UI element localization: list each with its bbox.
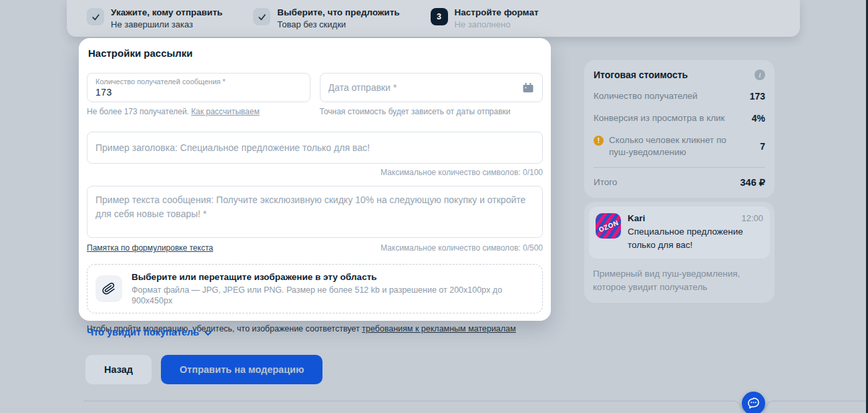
how-calculated-link[interactable]: Как рассчитываем bbox=[191, 107, 259, 116]
info-icon[interactable]: i bbox=[754, 70, 765, 80]
check-icon bbox=[253, 8, 270, 25]
step-title: Настройте формат bbox=[455, 7, 539, 18]
image-dropzone[interactable]: Выберите или перетащите изображение в эт… bbox=[87, 264, 543, 313]
send-date-helper: Точная стоимость будет зависеть от даты … bbox=[320, 107, 544, 117]
warning-icon: ! bbox=[594, 136, 604, 146]
card-title: Настройки рассылки bbox=[88, 47, 543, 59]
recipients-field[interactable]: Количество получателей сообщения * bbox=[87, 73, 310, 102]
row-value: 173 bbox=[750, 91, 765, 102]
step-title: Укажите, кому отправить bbox=[111, 7, 222, 18]
title-char-counter: Максимальное количество символов: 0/100 bbox=[87, 168, 543, 177]
chat-bubble-icon bbox=[746, 396, 761, 410]
total-label: Итого bbox=[594, 176, 617, 188]
ad-requirements-link[interactable]: требованиям к рекламным материалам bbox=[362, 324, 516, 333]
summary-row: Количество получателей 173 bbox=[594, 90, 765, 102]
push-message-textarea[interactable] bbox=[87, 186, 543, 238]
send-date-input[interactable] bbox=[329, 82, 517, 93]
recipients-helper: Не более 173 получателей. Как рассчитыва… bbox=[87, 107, 310, 117]
divider bbox=[594, 167, 765, 168]
step-recipients[interactable]: Укажите, кому отправить Не завершили зак… bbox=[87, 7, 222, 30]
mailing-settings-card: Настройки рассылки Количество получателе… bbox=[79, 38, 551, 321]
calendar-icon[interactable] bbox=[522, 82, 534, 94]
total-row: Итого 346 ₽ bbox=[594, 176, 765, 188]
push-preview-card: OZON Kari 12:00 Специальное предложение … bbox=[584, 202, 775, 303]
row-label: Сколько человек кликнет по пуш-уведомлен… bbox=[609, 134, 742, 158]
send-date-field[interactable] bbox=[320, 73, 544, 102]
notification-app-name: Kari bbox=[628, 213, 645, 223]
row-value: 7 bbox=[760, 141, 765, 152]
paperclip-icon bbox=[95, 275, 122, 302]
back-button[interactable]: Назад bbox=[85, 355, 152, 384]
chevron-down-icon bbox=[204, 329, 212, 337]
step-title: Выберите, что предложить bbox=[277, 7, 399, 18]
step-subtitle: Не заполнено bbox=[455, 19, 539, 30]
dropzone-subtitle: Формат файла — JPG, JPEG или PNG. Размер… bbox=[132, 285, 534, 306]
wizard-stepper-bar: Укажите, кому отправить Не завершили зак… bbox=[67, 0, 800, 37]
row-value: 4% bbox=[752, 113, 765, 124]
step-format[interactable]: 3 Настройте формат Не заполнено bbox=[431, 7, 539, 30]
what-buyer-sees-toggle[interactable]: Что увидит покупатель bbox=[87, 327, 212, 337]
notification-time: 12:00 bbox=[741, 213, 763, 223]
push-title-input[interactable] bbox=[87, 132, 543, 164]
message-char-counter: Максимальное количество символов: 0/500 bbox=[381, 243, 543, 253]
footer-divider bbox=[0, 393, 868, 413]
summary-title: Итоговая стоимость bbox=[594, 70, 688, 80]
row-label: Конверсия из просмотра в клик bbox=[594, 112, 725, 124]
summary-row: Конверсия из просмотра в клик 4% bbox=[594, 112, 765, 124]
preview-caption: Примерный вид пуш-уведомления, которое у… bbox=[593, 267, 766, 294]
step-subtitle: Товар без скидки bbox=[277, 19, 399, 30]
row-label: Количество получателей bbox=[594, 90, 698, 102]
dropzone-title: Выберите или перетащите изображение в эт… bbox=[132, 271, 534, 283]
recipients-label: Количество получателей сообщения * bbox=[95, 78, 302, 86]
total-cost-card: Итоговая стоимость i Количество получате… bbox=[584, 60, 775, 198]
step-offer[interactable]: Выберите, что предложить Товар без скидк… bbox=[253, 7, 399, 30]
summary-row: ! Сколько человек кликнет по пуш-уведомл… bbox=[594, 134, 765, 158]
push-notification-preview: OZON Kari 12:00 Специальное предложение … bbox=[589, 206, 770, 259]
step-number-badge: 3 bbox=[431, 8, 448, 25]
submit-moderation-button[interactable]: Отправить на модерацию bbox=[161, 355, 322, 384]
text-memo-link[interactable]: Памятка по формулировке текста bbox=[87, 243, 213, 253]
recipients-input[interactable] bbox=[95, 86, 302, 98]
ozon-app-icon: OZON bbox=[596, 213, 621, 239]
total-value: 346 ₽ bbox=[740, 177, 765, 188]
notification-message: Специальное предложение только для вас! bbox=[628, 225, 763, 252]
toggle-label: Что увидит покупатель bbox=[87, 327, 199, 337]
step-subtitle: Не завершили заказ bbox=[111, 19, 222, 30]
support-chat-button[interactable] bbox=[742, 392, 765, 413]
check-icon bbox=[87, 8, 104, 25]
